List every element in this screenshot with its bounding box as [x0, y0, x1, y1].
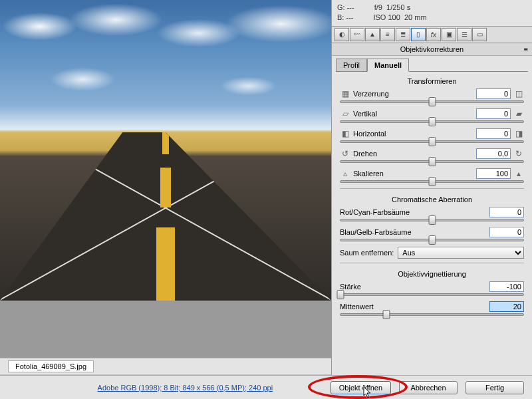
- horizontal-left-icon: ◧: [340, 128, 350, 139]
- tab-snapshots-icon[interactable]: ▭: [472, 28, 487, 41]
- tab-hsl-icon[interactable]: ≡: [380, 28, 395, 41]
- midpoint-label: Mittenwert: [340, 303, 487, 311]
- adjustment-tabs-toolbar: ◐ ⬳ ▲ ≡ ≣ ▯ fx ▣ ☰ ▭: [332, 26, 532, 43]
- tab-split-icon[interactable]: ≣: [396, 28, 410, 41]
- tab-camera-icon[interactable]: ▣: [442, 28, 456, 41]
- section-vignette: Objektivvignettierung: [340, 267, 524, 279]
- tab-fx-icon[interactable]: fx: [426, 28, 441, 41]
- control-vertical: ▱ Vertikal ▰: [340, 108, 524, 123]
- cancel-button[interactable]: Abbrechen: [399, 381, 458, 394]
- image-preview[interactable]: [0, 0, 331, 301]
- rotate-label: Drehen: [353, 150, 473, 158]
- midpoint-slider[interactable]: [340, 313, 524, 316]
- control-horizontal: ◧ Horizontal ◨: [340, 128, 524, 143]
- scale-up-icon: ▴: [513, 168, 524, 179]
- open-object-button[interactable]: Objekt öffnen: [331, 381, 391, 394]
- scale-slider[interactable]: [340, 180, 524, 183]
- filename-bar: Fotolia_469089_S.jpg: [0, 358, 331, 375]
- redcyan-label: Rot/Cyan-Farbsäume: [340, 208, 487, 216]
- scale-down-icon: ▵: [340, 168, 350, 179]
- vertical-right-icon: ▰: [513, 108, 524, 119]
- rotate-ccw-icon: ↺: [340, 148, 350, 159]
- strength-label: Stärke: [340, 283, 487, 291]
- distortion-out-icon: ◫: [513, 88, 524, 99]
- defringe-label: Saum entfernen:: [340, 249, 394, 257]
- control-strength: Stärke: [340, 281, 524, 296]
- control-redcyan: Rot/Cyan-Farbsäume: [340, 207, 524, 221]
- distortion-in-icon: ▦: [340, 88, 350, 99]
- vertical-left-icon: ▱: [340, 108, 350, 119]
- control-blueyellow: Blau/Gelb-Farbsäume: [340, 227, 524, 241]
- vertical-label: Vertikal: [353, 110, 473, 118]
- redcyan-slider[interactable]: [340, 219, 524, 221]
- blueyellow-label: Blau/Gelb-Farbsäume: [340, 228, 487, 236]
- section-transform: Transformieren: [340, 74, 524, 86]
- preview-road: [0, 132, 331, 301]
- strength-input[interactable]: [489, 281, 524, 292]
- tab-lens-icon[interactable]: ▯: [411, 28, 426, 41]
- panel-menu-icon[interactable]: ≡: [524, 45, 528, 53]
- section-chromatic: Chromatische Aberration: [340, 193, 524, 205]
- rotate-slider[interactable]: [340, 160, 524, 163]
- tab-presets-icon[interactable]: ☰: [457, 28, 471, 41]
- strength-slider[interactable]: [340, 293, 524, 296]
- horizontal-label: Horizontal: [353, 130, 473, 138]
- distortion-label: Verzerrung: [353, 90, 473, 98]
- panel-title: Objektivkorrekturen ≡: [332, 43, 532, 56]
- done-button[interactable]: Fertig: [466, 381, 524, 394]
- horizontal-input[interactable]: [476, 128, 511, 139]
- distortion-slider[interactable]: [340, 100, 524, 103]
- scale-input[interactable]: [476, 168, 511, 179]
- tab-manual[interactable]: Manuell: [367, 59, 409, 72]
- rotate-cw-icon: ↻: [513, 148, 524, 159]
- tab-curve-icon[interactable]: ⬳: [350, 28, 364, 41]
- color-profile-link[interactable]: Adobe RGB (1998); 8 Bit; 849 x 566 (0,5 …: [48, 384, 323, 392]
- distortion-input[interactable]: [476, 88, 511, 99]
- preview-background: [0, 301, 331, 358]
- scale-label: Skalieren: [353, 170, 473, 178]
- vertical-slider[interactable]: [340, 120, 524, 123]
- control-midpoint: Mittenwert: [340, 301, 524, 316]
- filename-label: Fotolia_469089_S.jpg: [8, 360, 94, 372]
- midpoint-input[interactable]: [489, 301, 524, 312]
- tab-profile[interactable]: Profil: [336, 59, 367, 71]
- blueyellow-input[interactable]: [489, 227, 524, 237]
- preview-sky: [0, 0, 331, 132]
- control-distortion: ▦ Verzerrung ◫: [340, 88, 524, 103]
- vertical-input[interactable]: [476, 108, 511, 119]
- defringe-select[interactable]: Aus: [398, 247, 524, 259]
- tab-detail-icon[interactable]: ▲: [365, 28, 380, 41]
- tab-basic-icon[interactable]: ◐: [334, 28, 349, 41]
- horizontal-right-icon: ◨: [513, 128, 524, 139]
- exif-info: G: --- f/9 1/250 s B: --- ISO 100 20 mm: [332, 0, 532, 26]
- redcyan-input[interactable]: [489, 207, 524, 217]
- control-rotate: ↺ Drehen ↻: [340, 148, 524, 163]
- blueyellow-slider[interactable]: [340, 239, 524, 241]
- control-scale: ▵ Skalieren ▴: [340, 168, 524, 183]
- rotate-input[interactable]: [476, 148, 511, 159]
- horizontal-slider[interactable]: [340, 140, 524, 143]
